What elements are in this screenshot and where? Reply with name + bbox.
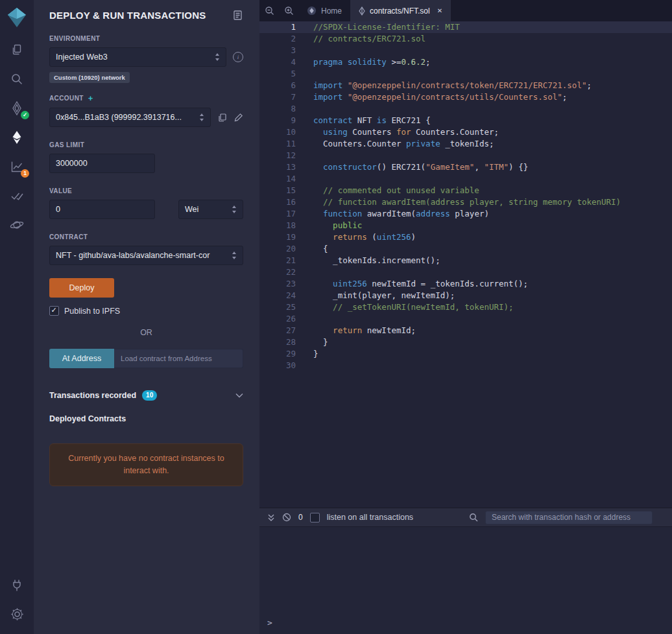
file-explorer-icon[interactable] — [0, 35, 34, 64]
at-address-button[interactable]: At Address — [49, 349, 114, 368]
add-account-icon[interactable] — [88, 94, 93, 102]
terminal-search-input[interactable] — [485, 511, 653, 524]
tab-nft-sol-label: contracts/NFT.sol — [370, 6, 430, 16]
chevron-down-icon[interactable] — [235, 393, 243, 398]
environment-row: Injected Web3 — [49, 47, 243, 67]
line-number: 15 — [259, 185, 296, 196]
code-line[interactable]: 13 constructor() ERC721("GameItem", "ITM… — [259, 161, 672, 173]
tab-home[interactable]: Home — [298, 0, 350, 21]
code-line[interactable]: 11 Counters.Counter private _tokenIds; — [259, 138, 672, 150]
publish-ipfs-checkbox[interactable] — [49, 306, 59, 316]
code-line[interactable]: 10 using Counters for Counters.Counter; — [259, 126, 672, 138]
code-line[interactable]: 25 // _setTokenURI(newItemId, tokenURI); — [259, 301, 672, 313]
solidity-unit-testing-icon[interactable] — [0, 181, 34, 210]
code-line[interactable]: 22 — [259, 266, 672, 278]
line-number: 18 — [259, 220, 296, 231]
info-icon[interactable] — [233, 52, 243, 62]
remix-logo-icon[interactable] — [6, 6, 28, 29]
environment-select[interactable]: Injected Web3 — [49, 47, 226, 67]
code-line[interactable]: 12 — [259, 150, 672, 161]
at-address-input[interactable] — [114, 349, 243, 368]
at-address-row: At Address — [49, 349, 243, 368]
solidity-file-icon — [359, 6, 365, 16]
gas-limit-label: GAS LIMIT — [49, 141, 243, 148]
remix-ide: ✓ 1 DEPLOY & RUN TRANSACTIONS — [0, 0, 672, 634]
line-number: 4 — [259, 56, 296, 68]
value-label: VALUE — [49, 187, 243, 194]
tab-home-label: Home — [321, 6, 342, 16]
line-number: 17 — [259, 208, 296, 220]
static-analysis-icon[interactable]: 1 — [0, 152, 34, 181]
account-label: ACCOUNT — [49, 95, 84, 102]
gas-limit-input[interactable] — [49, 154, 155, 173]
deploy-run-icon[interactable] — [0, 123, 34, 152]
solidity-compiler-icon[interactable]: ✓ — [0, 93, 34, 123]
code-line[interactable]: 7import "@openzeppelin/contracts/utils/C… — [259, 91, 672, 103]
listen-transactions-checkbox[interactable] — [310, 513, 320, 522]
contract-select[interactable]: NFT - github/ava-labs/avalanche-smart-co… — [49, 246, 243, 265]
transactions-recorded-label: Transactions recorded — [49, 391, 136, 400]
zoom-in-icon[interactable] — [279, 0, 298, 21]
line-number: 27 — [259, 325, 296, 336]
line-number: 24 — [259, 290, 296, 301]
line-number: 10 — [259, 126, 296, 138]
code-line[interactable]: 9contract NFT is ERC721 { — [259, 115, 672, 126]
terminal-output[interactable]: > — [259, 526, 672, 634]
code-line[interactable]: 29} — [259, 348, 672, 360]
code-line[interactable]: 8 — [259, 103, 672, 115]
line-number: 2 — [259, 33, 296, 45]
contract-value: NFT - github/ava-labs/avalanche-smart-co… — [56, 251, 228, 260]
code-line[interactable]: 15 // commented out unused variable — [259, 185, 672, 196]
settings-icon[interactable] — [0, 600, 34, 629]
line-number: 9 — [259, 115, 296, 126]
code-lines[interactable]: 1//SPDX-License-Identifier: MIT2// contr… — [259, 21, 672, 371]
line-number: 12 — [259, 150, 296, 161]
code-line[interactable]: 20 { — [259, 243, 672, 255]
code-editor[interactable]: 1//SPDX-License-Identifier: MIT2// contr… — [259, 21, 672, 508]
code-line[interactable]: 30 — [259, 360, 672, 371]
close-tab-icon[interactable] — [437, 7, 442, 14]
code-line[interactable]: 16 // function awardItem(address player,… — [259, 196, 672, 208]
value-unit-select[interactable]: Wei — [178, 200, 243, 219]
code-line[interactable]: 1//SPDX-License-Identifier: MIT — [259, 21, 672, 33]
network-badge: Custom (10920) network — [49, 72, 130, 83]
code-line[interactable]: 26 — [259, 313, 672, 325]
plugin-manager-icon[interactable] — [0, 570, 34, 600]
line-number: 13 — [259, 161, 296, 173]
code-line[interactable]: 3 — [259, 45, 672, 56]
collapse-terminal-icon[interactable] — [267, 513, 275, 522]
value-row: Wei — [49, 200, 243, 219]
copy-account-icon[interactable] — [217, 113, 227, 123]
plugin-icon[interactable] — [0, 210, 34, 239]
transactions-recorded-row[interactable]: Transactions recorded 10 — [49, 390, 243, 401]
code-line[interactable]: 2// contracts/ERC721.sol — [259, 33, 672, 45]
line-number: 23 — [259, 278, 296, 290]
code-line[interactable]: 19 returns (uint256) — [259, 231, 672, 243]
tab-nft-sol[interactable]: contracts/NFT.sol — [350, 0, 451, 21]
value-input[interactable] — [49, 200, 155, 219]
code-line[interactable]: 4pragma solidity >=0.6.2; — [259, 56, 672, 68]
code-line[interactable]: 28 } — [259, 336, 672, 348]
account-label-row: ACCOUNT — [49, 94, 243, 102]
account-select[interactable]: 0x845...B1aB3 (999992.3913716... — [49, 108, 211, 127]
edit-account-icon[interactable] — [234, 113, 243, 123]
code-line[interactable]: 27 return newItemId; — [259, 325, 672, 336]
code-line[interactable]: 5 — [259, 68, 672, 80]
line-number: 20 — [259, 243, 296, 255]
code-line[interactable]: 24 _mint(player, newItemId); — [259, 290, 672, 301]
documentation-icon[interactable] — [232, 10, 243, 21]
deploy-button[interactable]: Deploy — [49, 278, 114, 298]
zoom-out-icon[interactable] — [259, 0, 279, 21]
code-line[interactable]: 6import "@openzeppelin/contracts/token/E… — [259, 80, 672, 91]
terminal-toolbar: 0 listen on all transactions — [259, 508, 672, 526]
code-line[interactable]: 17 function awardItem(address player) — [259, 208, 672, 220]
code-line[interactable]: 18 public — [259, 220, 672, 231]
terminal-prompt: > — [259, 618, 272, 634]
clear-console-icon[interactable] — [282, 513, 291, 522]
code-line[interactable]: 21 _tokenIds.increment(); — [259, 255, 672, 266]
line-number: 11 — [259, 138, 296, 150]
code-line[interactable]: 23 uint256 newItemId = _tokenIds.current… — [259, 278, 672, 290]
line-number: 28 — [259, 336, 296, 348]
search-icon[interactable] — [0, 64, 34, 93]
code-line[interactable]: 14 — [259, 173, 672, 185]
